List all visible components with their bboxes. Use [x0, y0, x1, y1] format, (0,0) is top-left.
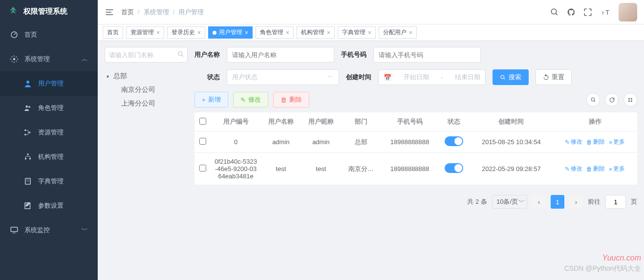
- svg-point-3: [26, 106, 28, 108]
- close-icon[interactable]: ×: [368, 29, 371, 36]
- sidebar-item-label: 系统管理: [24, 55, 50, 64]
- user-table: 用户编号 用户名称 用户昵称 部门 手机号码 状态 创建时间 操作 0 ad: [194, 112, 637, 185]
- page-number-button[interactable]: 1: [551, 195, 564, 209]
- tab-org[interactable]: 机构管理×: [297, 26, 335, 39]
- tabs-bar: 首页 资源管理× 登录历史× 用户管理× 角色管理× 机构管理× 字典管理× 分…: [98, 24, 644, 41]
- search-icon: [177, 50, 185, 58]
- tab-roles[interactable]: 角色管理×: [256, 26, 294, 39]
- reset-button[interactable]: 重置: [536, 69, 572, 85]
- dept-search-input[interactable]: [105, 47, 188, 63]
- row-more-button[interactable]: »更多: [609, 165, 625, 173]
- edit-icon: [23, 201, 32, 210]
- close-icon[interactable]: ×: [409, 29, 412, 36]
- tree-icon: [23, 128, 32, 137]
- row-edit-button[interactable]: ✎修改: [565, 138, 582, 146]
- svg-rect-13: [11, 227, 18, 232]
- row-edit-button[interactable]: ✎修改: [565, 165, 582, 173]
- svg-rect-8: [27, 153, 29, 155]
- tab-resource[interactable]: 资源管理×: [126, 26, 164, 39]
- font-size-icon[interactable]: тT: [600, 8, 611, 17]
- logo-icon: [8, 6, 19, 17]
- date-range-input[interactable]: 📅 开始日期 - 结束日期: [378, 69, 486, 85]
- sidebar-item-label: 用户管理: [38, 79, 64, 88]
- breadcrumb-home[interactable]: 首页: [121, 8, 134, 17]
- phone-input[interactable]: [373, 47, 481, 63]
- sidebar-item-label: 机构管理: [38, 152, 64, 161]
- tab-dict[interactable]: 字典管理×: [338, 26, 376, 39]
- tree-node-root[interactable]: ▾总部: [105, 69, 188, 83]
- hamburger-icon[interactable]: [105, 7, 114, 17]
- delete-button[interactable]: 🗑删除: [273, 92, 309, 108]
- tab-home[interactable]: 首页: [103, 26, 123, 39]
- phone-label: 手机号码: [341, 50, 366, 59]
- tab-assign[interactable]: 分配用户×: [379, 26, 417, 39]
- avatar[interactable]: [619, 3, 637, 22]
- status-select[interactable]: 用户状态 ﹀: [227, 69, 339, 85]
- search-button[interactable]: 搜索: [493, 69, 529, 85]
- goto-page-input[interactable]: [605, 195, 626, 209]
- username-label: 用户名称: [194, 50, 220, 59]
- row-checkbox[interactable]: [199, 138, 206, 145]
- svg-rect-22: [628, 100, 630, 102]
- search-icon[interactable]: [550, 8, 559, 17]
- sidebar-item-resources[interactable]: 资源管理: [0, 120, 98, 145]
- edit-button[interactable]: ✎修改: [233, 92, 268, 108]
- sidebar-item-monitor[interactable]: 系统监控 ﹀: [0, 218, 98, 242]
- org-icon: [23, 152, 32, 161]
- sidebar-item-label: 参数设置: [38, 201, 64, 210]
- app-title: 权限管理系统: [23, 7, 67, 16]
- close-icon[interactable]: ×: [245, 29, 248, 36]
- select-all-checkbox[interactable]: [199, 118, 206, 125]
- status-switch[interactable]: [445, 163, 463, 173]
- sidebar-item-dict[interactable]: 字典管理: [0, 169, 98, 194]
- svg-point-2: [26, 81, 29, 84]
- col-ctime: 创建时间: [470, 112, 553, 131]
- chevron-up-icon: ︿: [82, 55, 88, 64]
- fullscreen-icon[interactable]: [583, 8, 592, 17]
- close-icon[interactable]: ×: [197, 29, 201, 36]
- tree-node[interactable]: 上海分公司: [105, 97, 188, 110]
- row-more-button[interactable]: »更多: [609, 138, 625, 146]
- dashboard-icon: [10, 30, 19, 39]
- topbar: 首页 / 系统管理 / 用户管理 тT: [98, 0, 644, 24]
- row-delete-button[interactable]: 🗑删除: [586, 138, 605, 146]
- toggle-search-button[interactable]: [586, 93, 600, 107]
- svg-rect-20: [628, 98, 630, 99]
- status-switch[interactable]: [445, 136, 463, 146]
- tab-users[interactable]: 用户管理×: [208, 26, 253, 39]
- close-icon[interactable]: ×: [156, 29, 160, 36]
- github-icon[interactable]: [567, 8, 576, 17]
- username-input[interactable]: [227, 47, 334, 63]
- prev-page-button[interactable]: ‹: [532, 195, 546, 209]
- status-label: 状态: [207, 73, 220, 82]
- breadcrumb: 首页 / 系统管理 / 用户管理: [121, 8, 204, 17]
- sidebar-item-users[interactable]: 用户管理: [0, 71, 98, 96]
- trash-icon: 🗑: [280, 96, 287, 104]
- ctime-label: 创建时间: [346, 73, 371, 82]
- row-checkbox[interactable]: [199, 165, 206, 172]
- dept-tree: ▾总部 南京分公司 上海分公司: [105, 69, 188, 110]
- sidebar-item-system[interactable]: 系统管理 ︿: [0, 47, 98, 71]
- sidebar-item-roles[interactable]: 角色管理: [0, 96, 98, 120]
- close-icon[interactable]: ×: [327, 29, 330, 36]
- close-icon[interactable]: ×: [286, 29, 289, 36]
- row-delete-button[interactable]: 🗑删除: [586, 165, 605, 173]
- refresh-button[interactable]: [605, 93, 619, 107]
- sidebar-item-label: 字典管理: [38, 177, 64, 186]
- sidebar-item-org[interactable]: 机构管理: [0, 145, 98, 169]
- sidebar-item-params[interactable]: 参数设置: [0, 194, 98, 218]
- svg-point-18: [501, 75, 504, 79]
- next-page-button[interactable]: ›: [569, 195, 583, 209]
- page-size-select[interactable]: 10条/页﹀: [492, 195, 527, 209]
- pager-total: 共 2 条: [467, 197, 487, 206]
- column-button[interactable]: [623, 93, 637, 107]
- tree-node[interactable]: 南京分公司: [105, 83, 188, 97]
- breadcrumb-sys[interactable]: 系统管理: [144, 8, 169, 17]
- tab-loginhistory[interactable]: 登录历史×: [167, 26, 205, 39]
- svg-rect-7: [29, 132, 30, 133]
- col-dept: 部门: [341, 112, 381, 131]
- add-button[interactable]: +新增: [194, 92, 228, 108]
- sidebar-item-home[interactable]: 首页: [0, 22, 98, 47]
- sidebar-item-label: 角色管理: [38, 104, 64, 112]
- sidebar-item-label: 资源管理: [38, 128, 64, 137]
